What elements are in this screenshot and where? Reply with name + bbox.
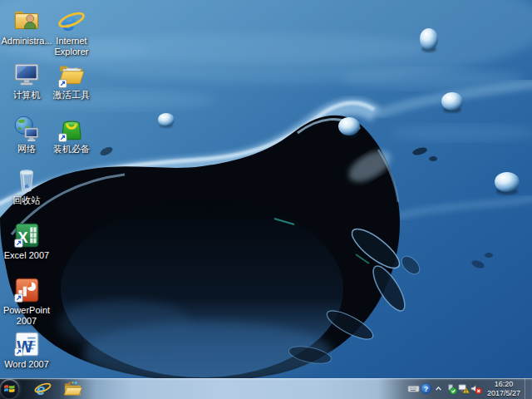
svg-text:?: ? — [424, 385, 428, 393]
taskbar-internet-explorer-button[interactable]: e — [31, 378, 54, 399]
desktop-icon-activation-tools[interactable]: 激活工具 — [48, 61, 95, 101]
desktop-icon-word-2007[interactable]: W Word 2007 — [3, 330, 50, 370]
icon-label: 计算机 — [13, 90, 41, 101]
network-warning-icon — [457, 382, 470, 395]
svg-text:e: e — [62, 7, 76, 35]
chevron-up-icon — [433, 383, 444, 394]
desktop-icon-powerpoint-2007[interactable]: PowerPoint 2007 — [3, 276, 50, 327]
utility-green-check-icon[interactable] — [445, 378, 457, 399]
shortcut-arrow-badge — [15, 294, 23, 303]
show-desktop-button[interactable] — [525, 378, 532, 399]
network-globe-icon — [12, 115, 41, 143]
icon-label: Word 2007 — [4, 359, 49, 370]
input-method-keyboard-icon[interactable] — [407, 378, 420, 399]
shortcut-arrow-badge — [15, 348, 23, 357]
internet-explorer-icon: e — [57, 7, 86, 35]
desktop-icon-network[interactable]: 网络 — [3, 115, 50, 155]
powerpoint-icon — [12, 276, 41, 304]
desktop-icon-administrator[interactable]: Administra... — [3, 7, 50, 47]
excel-icon: X — [12, 221, 41, 249]
icon-label: Internet Explorer — [48, 36, 95, 57]
recycle-bin-icon — [12, 166, 41, 195]
svg-text:e: e — [36, 381, 45, 398]
shopping-bag-icon — [57, 115, 86, 143]
internet-explorer-icon: e — [34, 380, 52, 397]
keyboard-icon — [407, 382, 420, 395]
green-check-icon — [445, 382, 457, 395]
user-folder-icon — [12, 7, 41, 35]
taskbar-windows-explorer-button[interactable] — [61, 378, 84, 399]
computer-monitor-icon — [12, 61, 41, 89]
speaker-mute-icon — [470, 382, 482, 395]
taskbar-clock[interactable]: 16:20 2017/5/27 — [482, 380, 525, 397]
start-button[interactable] — [0, 379, 19, 398]
clock-time: 16:20 — [487, 380, 520, 389]
show-hidden-icons-button[interactable] — [432, 378, 445, 399]
icon-label: 回收站 — [13, 195, 41, 206]
desktop-icon-excel-2007[interactable]: X Excel 2007 — [3, 221, 50, 261]
windows-logo-icon — [3, 382, 16, 395]
desktop-icon-recycle-bin[interactable]: 回收站 — [3, 166, 50, 206]
windows-desktop-screen: Administra... e Internet Explorer 计算机 — [0, 0, 532, 399]
icon-label: Excel 2007 — [4, 250, 49, 261]
open-folder-icon — [57, 61, 86, 89]
clock-date: 2017/5/27 — [487, 389, 520, 398]
desktop-icon-essential-software[interactable]: 装机必备 — [48, 115, 95, 155]
system-tray: ? — [407, 378, 525, 399]
help-question-icon[interactable]: ? — [420, 378, 432, 399]
shortcut-arrow-badge — [59, 134, 67, 142]
desktop-icon-internet-explorer[interactable]: e Internet Explorer — [48, 7, 95, 57]
taskbar: e — [0, 378, 532, 399]
word-icon: W — [12, 330, 41, 358]
icon-label: 网络 — [17, 144, 36, 155]
volume-muted-icon[interactable] — [470, 378, 482, 399]
network-limited-icon[interactable] — [457, 378, 470, 399]
icon-label: 装机必备 — [53, 144, 90, 155]
icon-label: 激活工具 — [53, 90, 90, 101]
desktop-icon-computer[interactable]: 计算机 — [3, 61, 50, 101]
icon-label: PowerPoint 2007 — [3, 305, 50, 327]
desktop-background[interactable]: Administra... e Internet Explorer 计算机 — [0, 0, 532, 378]
icon-label: Administra... — [1, 36, 52, 47]
question-mark-icon: ? — [420, 382, 432, 395]
windows-explorer-folder-icon — [63, 380, 82, 397]
shortcut-arrow-badge — [15, 239, 23, 248]
shortcut-arrow-badge — [59, 80, 67, 88]
